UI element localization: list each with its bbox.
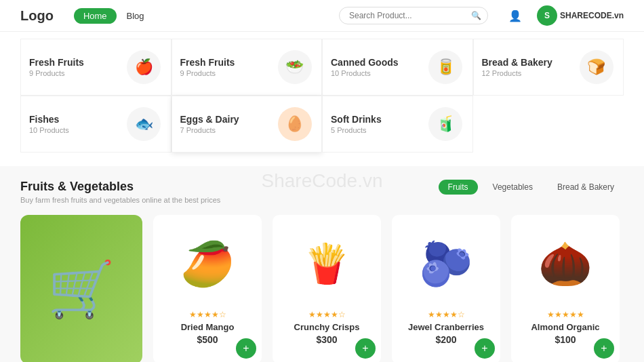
cat-text: Fishes 10 Products [29,114,125,134]
cat-name: Bread & Bakery [482,57,578,68]
header-icons: 👤 S SHARECODE.vn [508,5,624,26]
tab-fruits[interactable]: Fruits [439,180,478,195]
product-card-almond-organic: 🌰 ★★★★★ Almond Organic $100 + [511,215,620,362]
cat-canned-goods[interactable]: Canned Goods 10 Products 🥫 [322,39,473,96]
brand-logo-circle: S [537,5,557,26]
cat-name: Soft Drinks [331,114,427,125]
section-header: Fruits & Vegetables Buy farm fresh fruit… [20,180,624,204]
cat-img-circle: 🥚 [278,107,312,141]
add-to-cart-button[interactable]: + [475,338,495,359]
product-featured: 🛒 [20,215,142,362]
categories-section: Fresh Fruits 9 Products 🍎 Fresh Fruits 9… [0,32,644,166]
product-name: Dried Mango [181,322,235,332]
cat-count: 7 Products [180,126,277,134]
section-subtitle: Buy farm fresh fruits and vegetables onl… [20,196,220,204]
cat-text: Fresh Fruits 9 Products [29,57,125,77]
cat-image: 🥫 [427,50,464,84]
nav-blog[interactable]: Blog [127,11,144,21]
cat-name: Fishes [29,114,125,125]
logo: Logo [20,8,54,24]
product-name: Almond Organic [531,322,599,332]
product-price: $100 [555,334,576,345]
cat-bread-bakery[interactable]: Bread & Bakery 12 Products 🍞 [473,39,624,96]
cat-img-circle: 🍎 [127,50,161,84]
cat-img-circle: 🧃 [428,107,462,141]
category-grid: Fresh Fruits 9 Products 🍎 Fresh Fruits 9… [20,39,624,153]
cat-text: Fresh Fruits 9 Products [180,57,277,77]
product-img: 🍟 [286,223,367,304]
cat-eggs-dairy[interactable]: Eggs & Dairy 7 Products 🥚 [172,96,323,153]
cat-img-circle: 🥗 [278,50,312,84]
tab-bread-bakery[interactable]: Bread & Bakery [548,180,624,195]
cat-count: 5 Products [331,126,427,134]
cat-soft-drinks[interactable]: Soft Drinks 5 Products 🧃 [322,96,473,153]
cat-image: 🍎 [125,50,163,84]
product-name: Crunchy Crisps [294,322,360,332]
cat-fresh-fruits-2[interactable]: Fresh Fruits 9 Products 🥗 [172,39,323,96]
cat-text: Soft Drinks 5 Products [331,114,427,134]
product-stars: ★★★★☆ [189,310,226,319]
product-card-jewel-cranberries: 🫐 ★★★★☆ Jewel Cranberries $200 + [392,215,500,362]
cat-fishes[interactable]: Fishes 10 Products 🐟 [20,96,172,153]
product-img: 🥭 [167,223,248,304]
brand-logo: S SHARECODE.vn [537,5,624,26]
section-title-block: Fruits & Vegetables Buy farm fresh fruit… [20,180,220,204]
user-icon[interactable]: 👤 [508,9,522,22]
cat-text: Canned Goods 10 Products [331,57,427,77]
cat-fresh-fruits-1[interactable]: Fresh Fruits 9 Products 🍎 [20,39,172,96]
cat-img-circle: 🐟 [127,107,161,141]
product-price: $500 [197,334,218,345]
nav-home[interactable]: Home [74,8,117,24]
section-title: Fruits & Vegetables [20,180,220,194]
add-to-cart-button[interactable]: + [355,338,376,359]
cat-name: Fresh Fruits [29,57,125,68]
featured-image: 🛒 [20,215,142,362]
add-to-cart-button[interactable]: + [236,338,256,359]
main-nav: Home Blog [74,8,144,24]
cat-count: 9 Products [29,69,125,77]
search-input[interactable] [339,7,488,24]
cat-name: Eggs & Dairy [180,114,277,125]
cat-text: Eggs & Dairy 7 Products [180,114,277,134]
products-row: 🛒 🥭 ★★★★☆ Dried Mango $500 + 🍟 ★★★★☆ Cru… [20,215,624,362]
cat-name: Fresh Fruits [180,57,277,68]
product-stars: ★★★★☆ [428,310,465,319]
search-icon: 🔍 [471,11,481,20]
section-tabs: Fruits Vegetables Bread & Bakery [439,180,624,195]
add-to-cart-button[interactable]: + [594,338,614,359]
product-card-crunchy-crisps: 🍟 ★★★★☆ Crunchy Crisps $300 + [273,215,381,362]
cat-text: Bread & Bakery 12 Products [482,57,578,77]
cat-count: 9 Products [180,69,277,77]
search-bar: 🔍 [339,7,488,24]
product-price: $200 [435,334,456,345]
tab-vegetables[interactable]: Vegetables [483,180,542,195]
product-card-dried-mango: 🥭 ★★★★☆ Dried Mango $500 + [153,215,262,362]
cat-image: 🐟 [125,107,163,141]
cat-image: 🥚 [276,107,313,141]
cat-count: 10 Products [331,69,427,77]
product-img: 🫐 [405,223,487,304]
brand-name: SHARECODE.vn [560,11,624,20]
cat-img-circle: 🥫 [428,50,462,84]
cat-img-circle: 🍞 [580,50,613,84]
product-price: $300 [316,334,337,345]
product-stars: ★★★★★ [547,310,584,319]
cat-name: Canned Goods [331,57,427,68]
cat-image: 🧃 [427,107,464,141]
cat-count: 10 Products [29,126,125,134]
cat-image: 🥗 [276,50,313,84]
product-img: 🌰 [525,223,606,304]
product-stars: ★★★★☆ [308,310,346,319]
product-name: Jewel Cranberries [408,322,484,332]
cat-image: 🍞 [578,50,615,84]
fruits-section: Fruits & Vegetables Buy farm fresh fruit… [0,166,644,362]
cat-count: 12 Products [482,69,578,77]
header: Logo Home Blog 🔍 👤 S SHARECODE.vn [0,0,644,32]
